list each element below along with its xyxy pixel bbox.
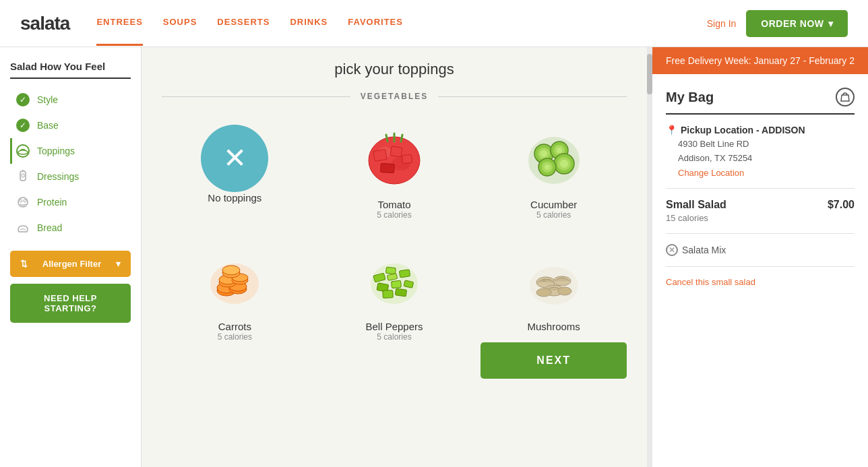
sign-in-button[interactable]: Sign In xyxy=(707,18,737,29)
my-bag-title: My Bag xyxy=(666,90,714,105)
topping-name-carrots: Carrots xyxy=(218,321,251,332)
toppings-icon xyxy=(16,144,30,158)
location-title-text: Pickup Location - ADDISON xyxy=(681,125,805,135)
address-line2: Addison, TX 75254 xyxy=(678,152,855,166)
divider-2 xyxy=(666,233,855,234)
change-location-button[interactable]: Change Location xyxy=(678,168,855,178)
svg-rect-17 xyxy=(402,154,412,163)
allergen-filter-button[interactable]: ⇅ Allergen Filter ▾ xyxy=(10,251,131,277)
sidebar-item-bread[interactable]: Bread xyxy=(10,215,131,241)
style-icon: ✓ xyxy=(16,92,30,107)
logo-text: salata xyxy=(20,13,69,34)
nav-drinks[interactable]: DRINKS xyxy=(290,17,328,30)
page-title: pick your toppings xyxy=(162,61,627,78)
svg-rect-2 xyxy=(20,171,26,181)
protein-icon xyxy=(16,195,30,210)
nav-soups[interactable]: SOUPS xyxy=(163,17,197,30)
sidebar-item-protein[interactable]: Protein xyxy=(10,189,131,215)
bellpepper-svg xyxy=(361,249,428,313)
svg-rect-46 xyxy=(399,269,410,277)
mushroom-svg xyxy=(520,249,588,313)
svg-point-22 xyxy=(540,150,547,157)
base-icon: ✓ xyxy=(16,118,30,133)
sidebar-step-base-label: Base xyxy=(37,120,59,131)
nav-entrees[interactable]: ENTREES xyxy=(96,17,142,30)
order-detail-text: Salata Mix xyxy=(682,245,726,255)
order-item-price: $7.00 xyxy=(828,199,855,211)
svg-point-28 xyxy=(560,160,568,168)
next-button[interactable]: NEXT xyxy=(480,342,627,379)
svg-line-12 xyxy=(386,135,388,142)
divider-1 xyxy=(666,188,855,189)
svg-point-1 xyxy=(18,150,28,154)
section-label: VEGETABLES xyxy=(361,92,428,101)
topping-name-bell-peppers: Bell Peppers xyxy=(365,321,423,332)
dressings-icon xyxy=(16,169,30,184)
my-bag-header: My Bag xyxy=(666,88,855,115)
location-pin-icon: 📍 xyxy=(666,125,677,135)
mushroom-image xyxy=(517,247,591,314)
order-now-button[interactable]: ORDER NOW ▾ xyxy=(746,10,848,37)
svg-point-31 xyxy=(545,164,550,170)
tomato-image xyxy=(357,125,431,192)
svg-rect-50 xyxy=(383,290,394,298)
svg-rect-16 xyxy=(390,146,402,156)
topping-cucumber[interactable]: Cucumber 5 calories xyxy=(480,118,627,226)
svg-point-55 xyxy=(542,279,546,282)
sidebar-item-dressings[interactable]: Dressings xyxy=(10,164,131,189)
toppings-grid: ✕ No toppings xyxy=(162,118,627,379)
allergen-filter-label: Allergen Filter xyxy=(42,259,101,269)
sidebar-step-bread-label: Bread xyxy=(37,222,62,233)
svg-point-60 xyxy=(558,287,571,295)
order-item: Small Salad 15 calories $7.00 xyxy=(666,199,855,223)
topping-carrots[interactable]: Carrots 5 calories xyxy=(162,240,308,379)
topping-bell-peppers[interactable]: Bell Peppers 5 calories xyxy=(321,240,468,379)
topping-tomato[interactable]: Tomato 5 calories xyxy=(321,118,468,226)
location-title: 📍 Pickup Location - ADDISON xyxy=(666,125,855,135)
svg-line-14 xyxy=(401,135,402,142)
sidebar-title: Salad How You Feel xyxy=(10,61,131,79)
bag-icon[interactable] xyxy=(836,88,855,106)
svg-point-42 xyxy=(222,266,240,275)
sidebar-step-style-label: Style xyxy=(37,94,58,105)
topping-mushrooms[interactable]: Mushrooms xyxy=(480,240,627,339)
logo: salata xyxy=(20,13,69,34)
topping-cal-bell-peppers: 5 calories xyxy=(377,332,411,342)
divider-3 xyxy=(666,266,855,267)
svg-rect-15 xyxy=(373,149,387,161)
vegetables-section-header: VEGETABLES xyxy=(162,92,627,101)
nav-desserts[interactable]: DESSERTS xyxy=(217,17,270,30)
remove-item-button[interactable]: ✕ xyxy=(666,244,678,256)
cucumber-svg xyxy=(520,127,588,191)
order-now-label: ORDER NOW xyxy=(761,18,824,29)
svg-point-59 xyxy=(536,288,551,297)
order-item-calories: 15 calories xyxy=(666,213,726,223)
svg-point-25 xyxy=(557,148,562,153)
need-help-button[interactable]: NEED HELP STARTING? xyxy=(10,284,131,323)
sidebar-item-style[interactable]: ✓ Style xyxy=(10,87,131,113)
topping-name-mushrooms: Mushrooms xyxy=(527,321,580,332)
scroll-thumb xyxy=(647,54,652,94)
address-line1: 4930 Belt Line RD xyxy=(678,137,855,152)
svg-point-56 xyxy=(548,278,551,280)
cancel-order-button[interactable]: Cancel this small salad xyxy=(666,277,855,287)
carrots-image xyxy=(197,247,272,314)
sidebar-item-toppings[interactable]: Toppings xyxy=(10,138,131,164)
sidebar-item-base[interactable]: ✓ Base xyxy=(10,113,131,138)
no-toppings-icon: ✕ xyxy=(201,125,268,192)
sidebar-step-dressings-label: Dressings xyxy=(37,171,79,182)
sidebar-step-protein-label: Protein xyxy=(37,197,67,208)
topping-cal-cucumber: 5 calories xyxy=(536,210,571,220)
topping-cal-tomato: 5 calories xyxy=(377,210,411,220)
topping-name-tomato: Tomato xyxy=(377,199,410,210)
topping-no-toppings[interactable]: ✕ No toppings xyxy=(162,118,308,226)
carrots-svg xyxy=(201,249,268,313)
nav-favorites[interactable]: FAVORITES xyxy=(348,17,403,30)
cucumber-image xyxy=(517,125,591,192)
svg-rect-48 xyxy=(392,280,402,288)
scroll-track[interactable] xyxy=(647,47,652,467)
main-content: Salad How You Feel ✓ Style ✓ Base To xyxy=(0,47,868,467)
svg-rect-4 xyxy=(22,174,24,177)
sidebar-step-toppings-label: Toppings xyxy=(37,146,75,156)
allergen-dropdown-icon: ▾ xyxy=(116,259,121,269)
